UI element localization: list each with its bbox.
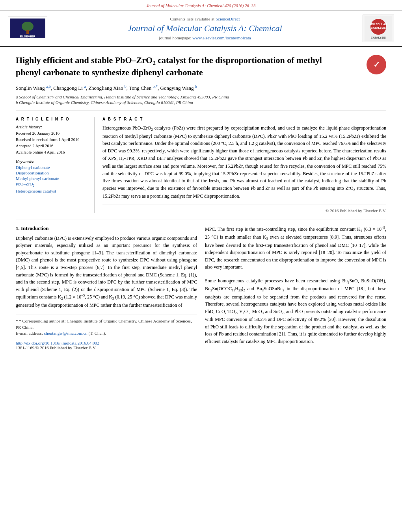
abstract-section: A B S T R A C T Heterogeneous PbO–ZrO2 c… bbox=[102, 117, 386, 213]
abstract-text: Heterogeneous PbO–ZrO2 catalysts (PbZr) … bbox=[102, 124, 386, 200]
history-dates: Received 26 January 2016 Received in rev… bbox=[16, 130, 88, 155]
keyword-item[interactable]: Diphenyl carbonate bbox=[16, 165, 88, 170]
keyword-item[interactable]: Methyl phenyl carbonate bbox=[16, 176, 88, 181]
main-right-column: MPC. The first step is the rate-controll… bbox=[205, 225, 386, 350]
crossmark-logo: ✓ bbox=[367, 55, 386, 74]
accepted-date: Accepted 2 April 2016 bbox=[16, 143, 88, 149]
journal-reference: Journal of Molecular Catalysis A: Chemic… bbox=[146, 3, 255, 8]
homepage-link[interactable]: www.elsevier.com/locate/molcata bbox=[192, 35, 251, 40]
intro-para2: MPC. The first step is the rate-controll… bbox=[205, 225, 386, 271]
footnote-section: * * Corresponding author at: Chengdu Ins… bbox=[16, 315, 197, 336]
keywords-list: Diphenyl carbonate Disproportionation Me… bbox=[16, 165, 88, 193]
svg-text:CATALYSIS: CATALYSIS bbox=[371, 26, 386, 29]
svg-text:MOLECULAR: MOLECULAR bbox=[370, 23, 387, 26]
top-bar: Journal of Molecular Catalysis A: Chemic… bbox=[0, 0, 402, 11]
received-date-2: Received in revised form 1 April 2016 bbox=[16, 137, 88, 143]
journal-title: Journal of Molecular Catalysis A: Chemic… bbox=[55, 23, 355, 33]
contents-line: Contents lists available at ScienceDirec… bbox=[55, 17, 355, 21]
article-history: Article history: Received 26 January 201… bbox=[16, 124, 88, 155]
history-label: Article history: bbox=[16, 124, 88, 129]
doi-section: http://dx.doi.org/10.1016/j.molcata.2016… bbox=[16, 341, 197, 350]
copyright-line: © 2016 Published by Elsevier B.V. bbox=[102, 204, 386, 213]
abstract-title: A B S T R A C T bbox=[102, 117, 386, 121]
affiliation-b: b Chengdu Institute of Organic Chemistry… bbox=[16, 100, 386, 105]
keywords-block: Keywords: Diphenyl carbonate Disproporti… bbox=[16, 159, 88, 193]
article-title-section: Highly efficient and stable PbO–ZrO2 cat… bbox=[16, 55, 386, 78]
journal-header: ELSEVIER Contents lists available at Sci… bbox=[0, 11, 402, 47]
article-info: A R T I C L E I N F O Article history: R… bbox=[16, 117, 95, 213]
footnote-email: E-mail address: chentangw@sina.com.cn (T… bbox=[16, 330, 197, 336]
main-left-column: 1. Introduction Diphenyl carbonate (DPC)… bbox=[16, 225, 197, 350]
authors-line: Songlin Wang a,b, Changgong Li a, Zhongl… bbox=[16, 84, 386, 91]
svg-rect-2 bbox=[26, 30, 29, 34]
article-info-title: A R T I C L E I N F O bbox=[16, 117, 88, 121]
info-abstract-section: A R T I C L E I N F O Article history: R… bbox=[16, 111, 386, 213]
svg-text:ELSEVIER: ELSEVIER bbox=[20, 35, 35, 38]
header-center: Contents lists available at ScienceDirec… bbox=[47, 17, 363, 40]
intro-para1: Diphenyl carbonate (DPC) is extensively … bbox=[16, 235, 197, 309]
footnote-corresponding: * * Corresponding author at: Chengdu Ins… bbox=[16, 318, 197, 330]
intro-title: 1. Introduction bbox=[16, 225, 197, 232]
keywords-label: Keywords: bbox=[16, 159, 88, 164]
elsevier-logo: ELSEVIER bbox=[8, 17, 47, 40]
footnote-star: * bbox=[16, 319, 19, 323]
doi-link[interactable]: http://dx.doi.org/10.1016/j.molcata.2016… bbox=[16, 341, 197, 345]
keyword-item[interactable]: PbO–ZrO2 bbox=[16, 182, 88, 187]
svg-text:CATALYSIS: CATALYSIS bbox=[371, 36, 386, 39]
catalysis-logo: MOLECULAR CATALYSIS CATALYSIS bbox=[363, 15, 394, 42]
article-body: Highly efficient and stable PbO–ZrO2 cat… bbox=[0, 47, 402, 358]
intro-para3: Some homogeneous catalytic processes hav… bbox=[205, 277, 386, 345]
keyword-item[interactable]: Heterogeneous catalyst bbox=[16, 189, 88, 193]
main-content: 1. Introduction Diphenyl carbonate (DPC)… bbox=[16, 219, 386, 350]
affiliation-a: a School of Chemistry and Chemical Engin… bbox=[16, 95, 386, 99]
available-date: Available online 4 April 2016 bbox=[16, 149, 88, 156]
svg-point-1 bbox=[22, 22, 34, 31]
article-title: Highly efficient and stable PbO–ZrO2 cat… bbox=[16, 55, 339, 78]
keyword-item[interactable]: Disproportionation bbox=[16, 171, 88, 175]
received-date-1: Received 26 January 2016 bbox=[16, 130, 88, 137]
affiliations: a School of Chemistry and Chemical Engin… bbox=[16, 95, 386, 105]
homepage-line: journal homepage: www.elsevier.com/locat… bbox=[55, 35, 355, 40]
email-link[interactable]: chentangw@sina.com.cn bbox=[44, 331, 87, 336]
issn-text: 1381-1169/© 2016 Published by Elsevier B… bbox=[16, 345, 197, 350]
sciencedirect-link[interactable]: ScienceDirect bbox=[216, 17, 240, 21]
